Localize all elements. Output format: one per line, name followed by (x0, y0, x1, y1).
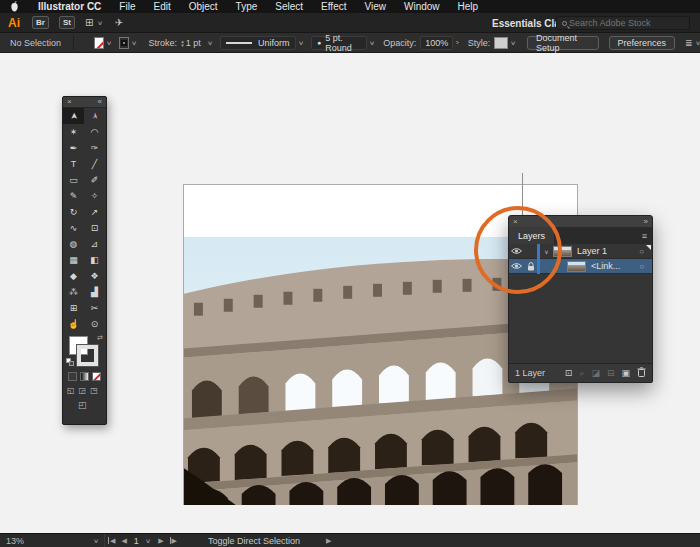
first-artboard-button[interactable]: ◀ (108, 537, 115, 545)
free-transform-tool[interactable]: ⊡ (84, 220, 105, 236)
menu-help[interactable]: Help (449, 1, 488, 12)
draw-inside-icon[interactable]: ◳ (90, 386, 98, 395)
eyedropper-tool[interactable]: ◆ (63, 268, 84, 284)
zoom-level-dropdown[interactable]: 13% ∨ (0, 534, 105, 547)
menu-edit[interactable]: Edit (144, 1, 179, 12)
blend-tool[interactable]: ❖ (84, 268, 105, 284)
arrange-documents-icon[interactable]: ⊞ (85, 17, 93, 28)
layer-name[interactable]: Layer 1 (577, 246, 607, 256)
search-input[interactable] (569, 18, 674, 28)
screen-mode-icon[interactable]: ◰ (78, 400, 87, 410)
color-button[interactable] (68, 372, 77, 381)
chevron-down-icon[interactable]: ∨ (369, 39, 375, 46)
zoom-tool[interactable]: ⊙ (84, 316, 105, 332)
selection-tool[interactable]: ➤ (63, 108, 84, 124)
pen-tool[interactable]: ✒ (63, 140, 84, 156)
chevron-down-icon[interactable]: ∨ (145, 537, 151, 544)
shaper-tool[interactable]: ✧ (84, 188, 105, 204)
brush-definition[interactable]: ● 5 pt. Round (311, 36, 367, 50)
hand-tool[interactable]: ☝ (63, 316, 84, 332)
artboard-number-field[interactable]: 1 (134, 536, 139, 546)
opacity-value[interactable]: 100% (420, 36, 453, 50)
stroke-color-swatch[interactable] (119, 37, 129, 49)
mesh-tool[interactable]: ▦ (63, 252, 84, 268)
clipping-mask-icon[interactable]: ◪ (591, 368, 600, 378)
chevron-down-icon[interactable]: ∨ (695, 39, 700, 46)
previous-artboard-button[interactable]: ◀ (121, 537, 126, 545)
menu-object[interactable]: Object (180, 1, 227, 12)
direct-selection-tool[interactable]: ➢ (84, 108, 105, 124)
new-layer-icon[interactable]: ▣ (621, 368, 630, 378)
preferences-button[interactable]: Preferences (609, 36, 676, 50)
stock-button[interactable]: St (59, 16, 75, 29)
gradient-tool[interactable]: ◧ (84, 252, 105, 268)
artboard-tool[interactable]: ⊞ (63, 300, 84, 316)
width-tool[interactable]: ∿ (63, 220, 84, 236)
rectangle-tool[interactable]: ▭ (63, 172, 84, 188)
align-options-icon[interactable]: ≣ (685, 38, 693, 48)
chevron-down-icon[interactable]: ∨ (106, 39, 112, 46)
curvature-tool[interactable]: ✑ (84, 140, 105, 156)
draw-behind-icon[interactable]: ◲ (79, 386, 87, 395)
new-sublayer-icon[interactable]: ⊟ (607, 368, 615, 378)
menu-type[interactable]: Type (227, 1, 267, 12)
menu-window[interactable]: Window (395, 1, 449, 12)
collapse-icon[interactable]: » (644, 218, 648, 226)
magic-wand-tool[interactable]: ✶ (63, 124, 84, 140)
scale-tool[interactable]: ↗ (84, 204, 105, 220)
document-setup-button[interactable]: Document Setup (527, 36, 599, 50)
shape-builder-tool[interactable]: ◍ (63, 236, 84, 252)
menu-view[interactable]: View (355, 1, 395, 12)
target-circle-icon[interactable]: ○ (639, 247, 644, 256)
column-graph-tool[interactable]: ▟ (84, 284, 105, 300)
perspective-grid-tool[interactable]: ⊿ (84, 236, 105, 252)
rotate-tool[interactable]: ↻ (63, 204, 84, 220)
target-circle-icon[interactable]: ○ (639, 262, 644, 271)
type-tool[interactable]: T (63, 156, 84, 172)
gradient-button[interactable] (80, 372, 89, 381)
status-menu-icon[interactable]: ▶ (326, 537, 331, 545)
swap-fill-stroke-icon[interactable]: ⇄ (97, 334, 103, 342)
menu-file[interactable]: File (110, 1, 144, 12)
adobe-stock-search[interactable] (556, 16, 690, 30)
stroke-weight-value[interactable]: 1 pt (186, 38, 201, 48)
chevron-down-icon[interactable]: ∨ (298, 39, 304, 46)
draw-normal-icon[interactable]: ◱ (67, 386, 75, 395)
style-swatch[interactable] (494, 37, 507, 49)
delete-layer-icon[interactable] (637, 367, 646, 379)
chevron-down-icon[interactable]: ∨ (510, 39, 516, 46)
close-icon[interactable]: × (67, 98, 72, 106)
menu-app-name[interactable]: Illustrator CC (29, 1, 110, 12)
collapse-icon[interactable]: « (98, 98, 102, 106)
none-button[interactable] (92, 372, 101, 381)
menu-effect[interactable]: Effect (312, 1, 355, 12)
link-thumbnail[interactable] (567, 261, 586, 272)
collect-for-export-icon[interactable]: ⊡ (565, 368, 573, 378)
stepper-down-icon[interactable]: ▾ (181, 43, 184, 47)
menu-select[interactable]: Select (266, 1, 312, 12)
apple-menu-icon[interactable] (10, 1, 19, 12)
bridge-button[interactable]: Br (32, 16, 49, 29)
slice-tool[interactable]: ✂ (84, 300, 105, 316)
share-icon[interactable]: ✈ (115, 17, 123, 28)
fill-color-swatch[interactable] (94, 37, 104, 49)
line-segment-tool[interactable]: ╱ (84, 156, 105, 172)
locate-object-icon[interactable]: ⌕ (579, 368, 584, 379)
next-artboard-button[interactable]: ▶ (158, 537, 163, 545)
variable-width-profile[interactable]: Uniform (220, 36, 296, 50)
chevron-down-icon[interactable]: ∨ (131, 39, 137, 46)
mesh-icon: ▦ (69, 255, 78, 265)
panel-menu-icon[interactable]: ≡ (642, 231, 647, 241)
link-name[interactable]: <Link... (591, 261, 620, 271)
last-artboard-button[interactable]: ▶ (170, 537, 177, 545)
symbol-sprayer-tool[interactable]: ⁂ (63, 284, 84, 300)
chevron-down-icon[interactable]: ∨ (97, 19, 103, 26)
chevron-down-icon[interactable]: ∨ (207, 39, 213, 46)
stroke-swatch[interactable] (77, 345, 98, 366)
default-fill-stroke-button[interactable] (66, 358, 74, 366)
opacity-more-icon[interactable]: › (456, 38, 460, 47)
stroke-weight-stepper[interactable]: ▴ ▾ (181, 39, 184, 47)
pencil-tool[interactable]: ✎ (63, 188, 84, 204)
lasso-tool[interactable]: ◠ (84, 124, 105, 140)
paintbrush-tool[interactable]: ✐ (84, 172, 105, 188)
